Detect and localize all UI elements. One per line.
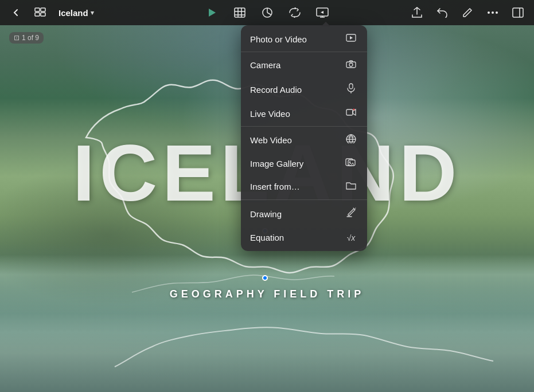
image-gallery-icon bbox=[344, 158, 358, 168]
play-button[interactable] bbox=[202, 2, 223, 23]
landscape-overlay bbox=[0, 243, 534, 392]
svg-point-24 bbox=[353, 109, 355, 111]
menu-item-insert-from[interactable]: Insert from… bbox=[241, 175, 367, 198]
panels-button[interactable] bbox=[508, 2, 528, 23]
more-button[interactable] bbox=[482, 2, 503, 23]
loop-button[interactable] bbox=[284, 2, 305, 23]
record-audio-label: Record Audio bbox=[250, 85, 302, 95]
image-gallery-label: Image Gallery bbox=[250, 159, 303, 168]
menu-item-drawing[interactable]: Drawing bbox=[241, 201, 367, 226]
photo-video-icon bbox=[344, 34, 358, 44]
insert-from-label: Insert from… bbox=[250, 182, 300, 191]
menu-item-record-audio[interactable]: Record Audio bbox=[241, 77, 367, 102]
microphone-icon bbox=[344, 83, 358, 96]
table-button[interactable] bbox=[229, 2, 250, 23]
svg-point-14 bbox=[492, 11, 494, 14]
equation-label: Equation bbox=[250, 233, 284, 242]
slide-count-badge: ⊡ 1 of 9 bbox=[9, 32, 44, 44]
selection-dot-bottom[interactable] bbox=[262, 275, 268, 281]
folder-icon bbox=[344, 181, 358, 192]
menu-item-image-gallery[interactable]: Image Gallery bbox=[241, 152, 367, 175]
svg-point-13 bbox=[488, 11, 490, 14]
share-button[interactable] bbox=[407, 2, 427, 23]
web-video-label: Web Video bbox=[250, 135, 292, 145]
svg-rect-1 bbox=[41, 8, 45, 11]
dropdown-triangle bbox=[321, 22, 330, 26]
svg-rect-23 bbox=[346, 109, 353, 115]
divider-3 bbox=[241, 199, 367, 200]
menu-item-live-video[interactable]: Live Video bbox=[241, 102, 367, 125]
back-button[interactable] bbox=[6, 2, 26, 23]
svg-point-15 bbox=[496, 11, 498, 14]
live-video-label: Live Video bbox=[250, 109, 290, 119]
svg-rect-4 bbox=[235, 8, 245, 17]
insert-dropdown-menu: Photo or Video Camera Record Audio Live … bbox=[241, 25, 367, 251]
slide-count-icon: ⊡ bbox=[14, 34, 20, 42]
slide-count-text: 1 of 9 bbox=[22, 34, 39, 42]
svg-point-27 bbox=[349, 162, 351, 163]
menu-item-equation[interactable]: Equation √x bbox=[241, 226, 367, 249]
svg-rect-3 bbox=[41, 13, 45, 16]
present-button[interactable] bbox=[312, 2, 333, 23]
svg-rect-16 bbox=[513, 8, 523, 17]
live-video-icon bbox=[344, 108, 358, 119]
document-title-button[interactable]: Iceland ▾ bbox=[54, 6, 99, 20]
web-video-icon bbox=[344, 134, 358, 146]
menu-item-web-video[interactable]: Web Video bbox=[241, 128, 367, 152]
toolbar: Iceland ▾ bbox=[0, 0, 534, 25]
drawing-label: Drawing bbox=[250, 209, 282, 219]
divider-2 bbox=[241, 126, 367, 127]
menu-item-photo-video[interactable]: Photo or Video bbox=[241, 28, 367, 50]
document-title-text: Iceland bbox=[59, 8, 88, 18]
svg-rect-2 bbox=[35, 13, 40, 16]
camera-label: Camera bbox=[250, 60, 280, 70]
slide-subtitle: GEOGRAPHY FIELD TRIP bbox=[170, 288, 365, 300]
svg-rect-21 bbox=[349, 84, 353, 89]
toolbar-right bbox=[407, 2, 528, 23]
chart-button[interactable] bbox=[257, 2, 278, 23]
chevron-icon: ▾ bbox=[91, 9, 94, 17]
svg-rect-0 bbox=[35, 8, 40, 11]
drawing-icon bbox=[344, 207, 358, 220]
menu-item-camera[interactable]: Camera bbox=[241, 53, 367, 77]
equation-icon: √x bbox=[344, 233, 358, 242]
camera-icon bbox=[344, 60, 358, 70]
svg-point-20 bbox=[349, 63, 353, 66]
undo-button[interactable] bbox=[432, 2, 453, 23]
slides-panel-button[interactable] bbox=[30, 2, 50, 23]
pencil-button[interactable] bbox=[457, 2, 478, 23]
photo-video-label: Photo or Video bbox=[250, 34, 307, 44]
divider-1 bbox=[241, 52, 367, 52]
toolbar-center bbox=[202, 2, 333, 23]
